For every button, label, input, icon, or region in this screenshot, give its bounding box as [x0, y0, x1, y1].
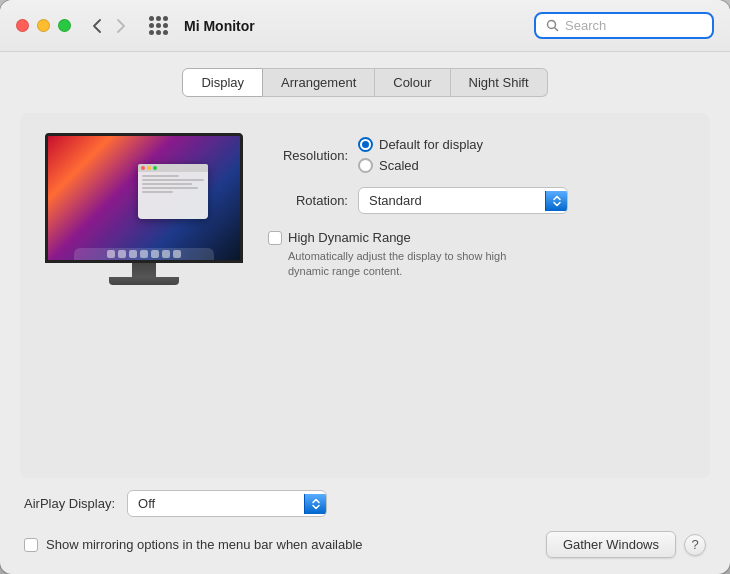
forward-button[interactable]: [111, 15, 131, 37]
dock-icon: [118, 250, 126, 258]
search-input[interactable]: [565, 18, 695, 33]
dock-icon: [107, 250, 115, 258]
grid-dots-icon: [149, 16, 168, 35]
rotation-select-button[interactable]: [545, 191, 567, 211]
bottom-section: AirPlay Display: Off Show mirroring opti…: [20, 490, 710, 558]
resolution-scaled-label: Scaled: [379, 158, 419, 173]
dialog-line: [142, 187, 198, 189]
dialog-line: [142, 183, 192, 185]
hdr-section: High Dynamic Range Automatically adjust …: [268, 230, 686, 280]
close-button[interactable]: [16, 19, 29, 32]
dialog-line: [142, 191, 173, 193]
mirror-checkbox-row: Show mirroring options in the menu bar w…: [24, 537, 363, 552]
tab-colour[interactable]: Colour: [375, 68, 450, 97]
monitor-stand-neck: [132, 263, 156, 277]
dock-icon: [129, 250, 137, 258]
tab-arrangement[interactable]: Arrangement: [263, 68, 375, 97]
monitor-stand-base: [109, 277, 179, 285]
dock-icon: [162, 250, 170, 258]
dock-icon: [173, 250, 181, 258]
monitor-screen: [45, 133, 243, 263]
resolution-options: Default for display Scaled: [358, 137, 483, 173]
tab-bar: Display Arrangement Colour Night Shift: [20, 68, 710, 97]
hdr-label: High Dynamic Range: [288, 230, 411, 245]
resolution-label: Resolution:: [268, 148, 348, 163]
airplay-row: AirPlay Display: Off: [24, 490, 706, 517]
bottom-bar: Show mirroring options in the menu bar w…: [24, 531, 706, 558]
settings-panel: Resolution: Default for display Scaled: [268, 133, 686, 458]
rotation-row: Rotation: Standard: [268, 187, 686, 214]
hdr-checkbox-row: High Dynamic Range: [268, 230, 686, 245]
dialog-line: [142, 175, 179, 177]
dialog-lines: [142, 175, 204, 193]
dialog-titlebar: [138, 164, 208, 172]
nav-buttons: [87, 15, 131, 37]
monitor-dialog: [138, 164, 208, 219]
airplay-select-button[interactable]: [304, 494, 326, 514]
chevron-updown-icon: [311, 498, 321, 510]
rotation-value: Standard: [359, 188, 545, 213]
help-button[interactable]: ?: [684, 534, 706, 556]
content-area: Display Arrangement Colour Night Shift: [0, 52, 730, 574]
airplay-value: Off: [128, 491, 304, 516]
rotation-select[interactable]: Standard: [358, 187, 568, 214]
mirror-label: Show mirroring options in the menu bar w…: [46, 537, 363, 552]
airplay-select[interactable]: Off: [127, 490, 327, 517]
dialog-line: [142, 179, 204, 181]
resolution-default-radio[interactable]: [358, 137, 373, 152]
minimize-button[interactable]: [37, 19, 50, 32]
dock-icon: [140, 250, 148, 258]
resolution-row: Resolution: Default for display Scaled: [268, 137, 686, 173]
resolution-scaled-option[interactable]: Scaled: [358, 158, 483, 173]
dialog-dot: [153, 166, 157, 170]
title-bar: Mi Monitor: [0, 0, 730, 52]
dialog-dot: [147, 166, 151, 170]
gather-windows-button[interactable]: Gather Windows: [546, 531, 676, 558]
grid-icon[interactable]: [143, 12, 174, 39]
resolution-scaled-radio[interactable]: [358, 158, 373, 173]
chevron-updown-icon: [552, 195, 562, 207]
monitor-wallpaper: [48, 136, 240, 260]
hdr-description: Automatically adjust the display to show…: [288, 249, 528, 280]
mirror-checkbox[interactable]: [24, 538, 38, 552]
traffic-lights: [16, 19, 71, 32]
back-button[interactable]: [87, 15, 107, 37]
dialog-dot: [141, 166, 145, 170]
search-icon: [546, 19, 559, 32]
tab-display[interactable]: Display: [182, 68, 263, 97]
window-title: Mi Monitor: [184, 18, 534, 34]
search-box[interactable]: [534, 12, 714, 39]
monitor-preview: [44, 133, 244, 458]
radio-inner: [362, 141, 369, 148]
resolution-default-option[interactable]: Default for display: [358, 137, 483, 152]
tab-night-shift[interactable]: Night Shift: [451, 68, 548, 97]
bottom-buttons: Gather Windows ?: [546, 531, 706, 558]
hdr-checkbox[interactable]: [268, 231, 282, 245]
main-panel: Resolution: Default for display Scaled: [20, 113, 710, 478]
monitor-dock: [74, 248, 214, 260]
resolution-default-label: Default for display: [379, 137, 483, 152]
maximize-button[interactable]: [58, 19, 71, 32]
dock-icon: [151, 250, 159, 258]
airplay-label: AirPlay Display:: [24, 496, 115, 511]
preferences-window: Mi Monitor Display Arrangement Colour Ni…: [0, 0, 730, 574]
rotation-label: Rotation:: [268, 193, 348, 208]
